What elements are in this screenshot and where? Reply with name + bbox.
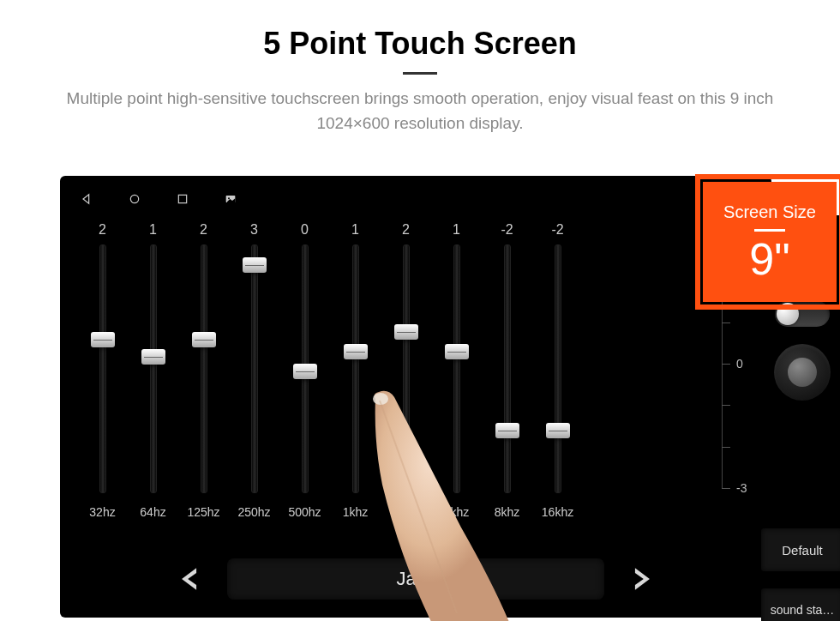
eq-slider-thumb[interactable] [344, 344, 368, 359]
recents-icon[interactable] [175, 191, 190, 207]
eq-freq-label: 250hz [237, 505, 270, 519]
svg-point-3 [228, 197, 230, 199]
svg-point-0 [130, 195, 138, 202]
eq-value: 2 [402, 222, 410, 239]
eq-slider-track[interactable] [352, 244, 359, 493]
eq-freq-label: 1khz [343, 505, 369, 519]
eq-slider-thumb[interactable] [141, 349, 165, 365]
eq-value: 1 [351, 222, 359, 239]
eq-slider-thumb[interactable] [394, 324, 418, 340]
eq-slider-thumb[interactable] [91, 332, 115, 347]
home-icon[interactable] [127, 191, 142, 207]
scale-mid: 0 [736, 357, 743, 371]
preset-name[interactable]: Jazz [227, 558, 604, 600]
badge-title: Screen Size [723, 202, 816, 222]
eq-slider-track[interactable] [150, 244, 157, 493]
eq-band-2khz: 22khz [381, 222, 431, 541]
round-button[interactable] [774, 344, 831, 401]
screen-size-badge: Screen Size 9" [703, 182, 837, 302]
eq-slider-track[interactable] [201, 244, 207, 493]
eq-slider-track[interactable] [453, 244, 460, 493]
eq-slider-track[interactable] [403, 244, 410, 493]
default-button[interactable]: Default [761, 528, 840, 571]
eq-slider-track[interactable] [251, 244, 258, 493]
eq-value: -2 [551, 222, 563, 239]
eq-value: 3 [250, 222, 258, 239]
android-navbar [74, 188, 758, 215]
eq-value: 2 [200, 222, 207, 239]
eq-sliders: 232hz164hz2125hz3250hz0500hz11khz22khz14… [74, 215, 715, 541]
eq-freq-label: 8khz [495, 505, 520, 519]
eq-slider-track[interactable] [302, 244, 309, 493]
eq-slider-thumb[interactable] [546, 423, 570, 438]
preset-next-button[interactable] [621, 562, 661, 596]
eq-band-64hz: 164hz [128, 222, 178, 541]
sound-stage-button[interactable]: sound sta… [761, 588, 840, 621]
eq-band-250hz: 3250hz [229, 222, 279, 541]
scale-min: -3 [736, 481, 747, 495]
eq-value: 1 [453, 222, 460, 239]
preset-bar: Jazz [74, 558, 758, 600]
round-button-inner [788, 358, 817, 387]
eq-value: 2 [99, 222, 106, 239]
eq-band-1khz: 11khz [330, 222, 381, 541]
page-title: 5 Point Touch Screen [34, 26, 806, 62]
eq-freq-label: 64hz [140, 505, 165, 519]
eq-slider-thumb[interactable] [495, 423, 519, 438]
eq-band-32hz: 232hz [77, 222, 128, 541]
eq-band-500hz: 0500hz [279, 222, 330, 541]
eq-freq-label: 32hz [89, 505, 115, 519]
toggle-knob [777, 303, 799, 325]
eq-freq-label: 500hz [288, 505, 321, 519]
eq-freq-label: 2khz [393, 505, 419, 519]
eq-toggle[interactable] [775, 301, 830, 327]
eq-value: 1 [149, 222, 157, 239]
badge-value: 9" [749, 237, 789, 281]
title-divider [403, 72, 437, 75]
preset-prev-button[interactable] [171, 562, 210, 596]
eq-freq-label: 125hz [187, 505, 219, 519]
eq-band-8khz: -28khz [482, 222, 532, 541]
gallery-icon[interactable] [223, 191, 238, 207]
eq-band-16khz: -216khz [532, 222, 583, 541]
eq-band-125hz: 2125hz [178, 222, 229, 541]
svg-rect-1 [178, 195, 186, 202]
eq-slider-thumb[interactable] [293, 364, 317, 379]
eq-value: -2 [501, 222, 513, 239]
eq-slider-thumb[interactable] [192, 332, 216, 347]
eq-slider-thumb[interactable] [445, 344, 469, 359]
back-icon[interactable] [79, 191, 94, 207]
page-subtitle: Multiple point high-sensitive touchscree… [34, 87, 806, 136]
equalizer-area: 232hz164hz2125hz3250hz0500hz11khz22khz14… [74, 215, 758, 541]
eq-slider-thumb[interactable] [243, 257, 267, 273]
eq-band-4khz: 14khz [431, 222, 482, 541]
eq-freq-label: 4khz [444, 505, 470, 519]
eq-slider-track[interactable] [555, 244, 561, 493]
badge-divider [754, 229, 785, 232]
eq-freq-label: 16khz [542, 505, 573, 519]
eq-slider-track[interactable] [99, 244, 106, 493]
device-frame: 232hz164hz2125hz3250hz0500hz11khz22khz14… [60, 176, 771, 618]
eq-slider-track[interactable] [504, 244, 511, 493]
eq-value: 0 [301, 222, 309, 239]
